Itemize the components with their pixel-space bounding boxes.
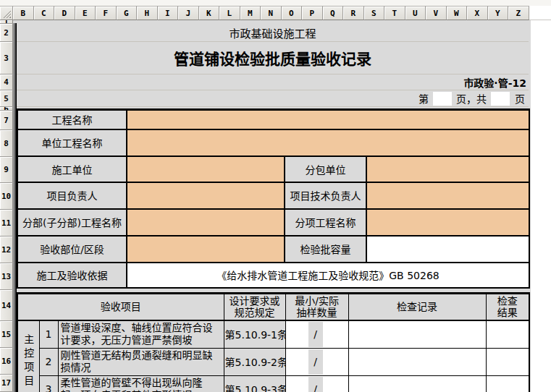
- row-header[interactable]: 13: [0, 263, 13, 290]
- header-acceptance-items: 验收项目: [17, 294, 224, 320]
- form-code-row: 市政验·管-12: [17, 74, 529, 90]
- tech-leader-value-cell[interactable]: [366, 182, 529, 209]
- row-header[interactable]: 11: [0, 210, 13, 237]
- row-header[interactable]: 8: [0, 130, 13, 157]
- column-header[interactable]: R: [343, 6, 364, 20]
- sheet-area: 市政基础设施工程 管道铺设检验批质量验收记录 市政验·管-12 第 页，共 页 …: [13, 20, 551, 392]
- column-header[interactable]: X: [467, 6, 488, 20]
- record-cell[interactable]: [348, 348, 486, 375]
- subcontract-unit-label: 分包单位: [285, 156, 366, 182]
- corner-triangle-icon: [3, 10, 11, 18]
- item-description: 刚性管道无结构贯通裂缝和明显缺损情况: [58, 348, 224, 375]
- page-number-row: 第 页，共 页: [17, 90, 529, 107]
- basis-label: 施工及验收依据: [17, 263, 127, 288]
- project-name-value-cell[interactable]: [127, 110, 529, 129]
- info-form-table: 工程名称 单位工程名称 施工单位 分包单位 项目负责人 项目技术负责人: [17, 108, 530, 289]
- row-header[interactable]: 5: [0, 90, 13, 107]
- column-header[interactable]: D: [54, 6, 75, 20]
- sampling-cell[interactable]: /: [285, 348, 348, 375]
- header-sampling: 最小/实际 抽样数量: [285, 294, 348, 320]
- division-name-label: 分部(子分部)工程名称: [17, 209, 127, 236]
- column-header[interactable]: N: [261, 6, 282, 20]
- row-header[interactable]: 10: [0, 183, 13, 210]
- row-header[interactable]: 7: [0, 111, 13, 130]
- column-header[interactable]: F: [96, 6, 117, 20]
- record-cell[interactable]: [348, 375, 486, 392]
- row-header[interactable]: 9: [0, 157, 13, 183]
- spreadsheet-window: BCDEFGHIJKLMNOPQRSTUVWXYZ 1 2 3 4 5 6 7 …: [0, 0, 551, 392]
- column-header[interactable]: K: [199, 6, 220, 20]
- column-header[interactable]: W: [447, 6, 468, 20]
- group-label-main-control: 主控项目: [17, 320, 39, 392]
- lot-capacity-value-cell[interactable]: [366, 236, 529, 263]
- category-row: 市政基础设施工程: [17, 24, 529, 42]
- tech-leader-label: 项目技术负责人: [285, 182, 366, 209]
- sampling-cell[interactable]: /: [285, 320, 348, 349]
- row-header[interactable]: 2: [0, 24, 13, 42]
- result-cell[interactable]: [486, 348, 529, 375]
- column-header[interactable]: Z: [508, 6, 529, 20]
- column-header[interactable]: M: [240, 6, 261, 20]
- total-pages-cell[interactable]: [491, 92, 510, 106]
- column-header[interactable]: Y: [488, 6, 509, 20]
- column-header[interactable]: H: [137, 6, 158, 20]
- basis-value-cell[interactable]: 《给水排水管道工程施工及验收规范》GB 50268: [127, 263, 529, 288]
- column-header[interactable]: V: [426, 6, 447, 20]
- result-cell[interactable]: [486, 375, 529, 392]
- row-header[interactable]: 12: [0, 237, 13, 263]
- row-header[interactable]: 14: [0, 290, 13, 321]
- page-title: 管道铺设检验批质量验收记录: [174, 47, 371, 69]
- column-header[interactable]: T: [384, 6, 405, 20]
- column-header[interactable]: Q: [323, 6, 344, 20]
- page-number-cell[interactable]: [433, 92, 452, 106]
- column-header[interactable]: E: [75, 6, 96, 20]
- row-header[interactable]: 15: [0, 321, 13, 348]
- item-number: 1: [39, 320, 58, 349]
- result-cell[interactable]: [486, 320, 529, 349]
- subcontract-unit-value-cell[interactable]: [366, 156, 529, 182]
- column-header[interactable]: I: [158, 6, 179, 20]
- row-header-column: 1 2 3 4 5 6 7 8 9 10 11 12 13 14 15 16 1…: [0, 20, 13, 392]
- acceptance-section-value-cell[interactable]: [127, 236, 285, 263]
- column-header[interactable]: S: [364, 6, 385, 20]
- record-cell[interactable]: [348, 320, 486, 349]
- top-band: [0, 0, 551, 6]
- column-header[interactable]: J: [178, 6, 199, 20]
- sampling-cell[interactable]: /: [285, 375, 348, 392]
- item-description: 柔性管道的管壁不得出现纵向隆起、环向扁平和其他变形情况: [58, 375, 224, 392]
- construction-unit-label: 施工单位: [17, 156, 127, 182]
- project-leader-value-cell[interactable]: [127, 182, 285, 209]
- sheet-body: 1 2 3 4 5 6 7 8 9 10 11 12 13 14 15 16 1…: [0, 20, 551, 392]
- row-header[interactable]: 17: [0, 375, 13, 392]
- row-header[interactable]: 3: [0, 42, 13, 74]
- title-row: 管道铺设检验批质量验收记录: [17, 42, 529, 74]
- item-number: 2: [39, 348, 58, 375]
- column-header-row: BCDEFGHIJKLMNOPQRSTUVWXYZ: [0, 6, 551, 20]
- table-row: 3 柔性管道的管壁不得出现纵向隆起、环向扁平和其他变形情况 第5.10.9-3条…: [17, 375, 529, 392]
- unit-project-name-label: 单位工程名称: [17, 129, 127, 156]
- table-row: 主控项目 1 管道埋设深度、轴线位置应符合设计要求，无压力管道严禁倒坡 第5.1…: [17, 320, 529, 349]
- row-header[interactable]: 4: [0, 74, 13, 90]
- column-header-cells: BCDEFGHIJKLMNOPQRSTUVWXYZ: [13, 6, 529, 20]
- subitem-name-value-cell[interactable]: [366, 209, 529, 236]
- column-header[interactable]: U: [405, 6, 426, 20]
- column-header[interactable]: G: [117, 6, 138, 20]
- column-header[interactable]: C: [34, 6, 55, 20]
- header-result: 检查 结果: [486, 294, 529, 320]
- page-prefix-label: 第: [418, 91, 429, 106]
- sampling-value: /: [308, 377, 323, 392]
- column-header[interactable]: L: [219, 6, 240, 20]
- category-text: 市政基础设施工程: [229, 25, 316, 41]
- construction-unit-value-cell[interactable]: [127, 156, 285, 182]
- column-header[interactable]: B: [13, 6, 34, 20]
- column-header[interactable]: P: [302, 6, 323, 20]
- item-description: 管道埋设深度、轴线位置应符合设计要求，无压力管道严禁倒坡: [58, 320, 224, 349]
- division-name-value-cell[interactable]: [127, 209, 285, 236]
- unit-project-name-value-cell[interactable]: [127, 129, 529, 156]
- item-requirement: 第5.10.9-3条: [224, 375, 285, 392]
- column-header[interactable]: O: [282, 6, 303, 20]
- select-all-corner[interactable]: [0, 6, 13, 20]
- row-header[interactable]: 16: [0, 348, 13, 375]
- header-record: 检查记录: [348, 294, 486, 320]
- subitem-name-label: 分项工程名称: [285, 209, 366, 236]
